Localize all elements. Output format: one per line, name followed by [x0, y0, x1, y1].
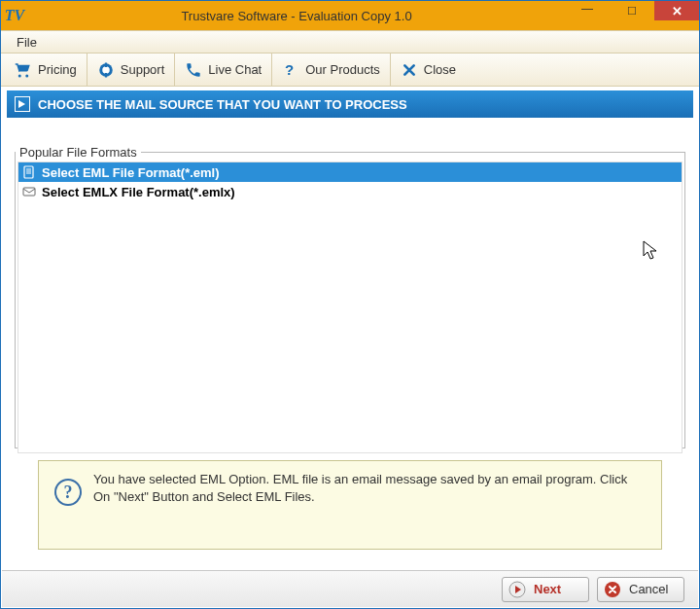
play-circle-icon	[508, 581, 526, 598]
toolbar-livechat-label: Live Chat	[208, 62, 262, 77]
toolbar-pricing-button[interactable]: Pricing	[5, 54, 88, 86]
formats-legend: Popular File Formats	[16, 145, 141, 160]
app-window: TV Trustvare Software - Evaluation Copy …	[0, 0, 700, 609]
footer-bar: Next Cancel	[2, 570, 698, 607]
section-header: CHOOSE THE MAIL SOURCE THAT YOU WANT TO …	[7, 90, 693, 118]
toolbar-pricing-label: Pricing	[38, 62, 77, 77]
svg-rect-3	[105, 73, 107, 78]
cancel-circle-icon	[604, 581, 621, 598]
next-button[interactable]: Next	[502, 577, 589, 602]
phone-icon	[185, 61, 202, 79]
close-icon	[401, 61, 418, 79]
svg-rect-5	[24, 166, 33, 178]
envelope-icon	[22, 185, 36, 198]
minimize-button[interactable]	[565, 1, 610, 20]
next-button-label: Next	[534, 582, 561, 596]
file-icon	[22, 165, 36, 179]
svg-text:?: ?	[285, 61, 294, 78]
info-question-icon: ?	[54, 479, 82, 506]
svg-rect-2	[105, 62, 107, 67]
toolbar-products-label: Our Products	[305, 62, 380, 77]
format-item-eml[interactable]: Select EML File Format(*.eml)	[18, 162, 682, 182]
arrow-right-box-icon	[15, 96, 30, 112]
cancel-button[interactable]: Cancel	[597, 577, 684, 602]
info-wrap: ? You have selected EML Option. EML file…	[1, 448, 699, 550]
section-header-text: CHOOSE THE MAIL SOURCE THAT YOU WANT TO …	[38, 97, 407, 112]
menu-bar: File	[1, 30, 699, 54]
format-item-emlx[interactable]: Select EMLX File Format(*.emlx)	[18, 182, 682, 201]
cart-icon	[15, 61, 32, 79]
toolbar-products-button[interactable]: ? Our Products	[272, 54, 391, 86]
headset-icon	[97, 61, 115, 79]
formats-list[interactable]: Select EML File Format(*.eml) Select EML…	[18, 161, 682, 453]
question-icon: ?	[282, 61, 299, 79]
formats-fieldset: Popular File Formats Select EML File For…	[15, 145, 685, 448]
maximize-button[interactable]	[610, 1, 654, 20]
svg-point-1	[102, 66, 110, 74]
svg-rect-9	[23, 188, 35, 196]
window-close-button[interactable]	[654, 1, 699, 20]
toolbar-support-label: Support	[121, 62, 165, 77]
format-item-label: Select EML File Format(*.eml)	[42, 165, 220, 180]
title-bar: TV Trustvare Software - Evaluation Copy …	[1, 1, 699, 30]
window-title: Trustvare Software - Evaluation Copy 1.0	[28, 1, 565, 30]
cancel-button-label: Cancel	[629, 582, 668, 596]
main-content: Popular File Formats Select EML File For…	[1, 122, 699, 448]
toolbar-support-button[interactable]: Support	[88, 54, 176, 86]
toolbar-livechat-button[interactable]: Live Chat	[175, 54, 272, 86]
info-text: You have selected EML Option. EML file i…	[93, 469, 646, 505]
toolbar: Pricing Support Live Chat ? Our Products…	[1, 54, 699, 87]
app-logo: TV	[1, 1, 28, 30]
format-item-label: Select EMLX File Format(*.emlx)	[42, 185, 235, 199]
info-box: ? You have selected EML Option. EML file…	[38, 460, 662, 550]
window-controls	[565, 1, 699, 30]
toolbar-close-label: Close	[424, 62, 456, 77]
toolbar-close-button[interactable]: Close	[391, 54, 466, 86]
menu-file[interactable]: File	[9, 33, 45, 52]
